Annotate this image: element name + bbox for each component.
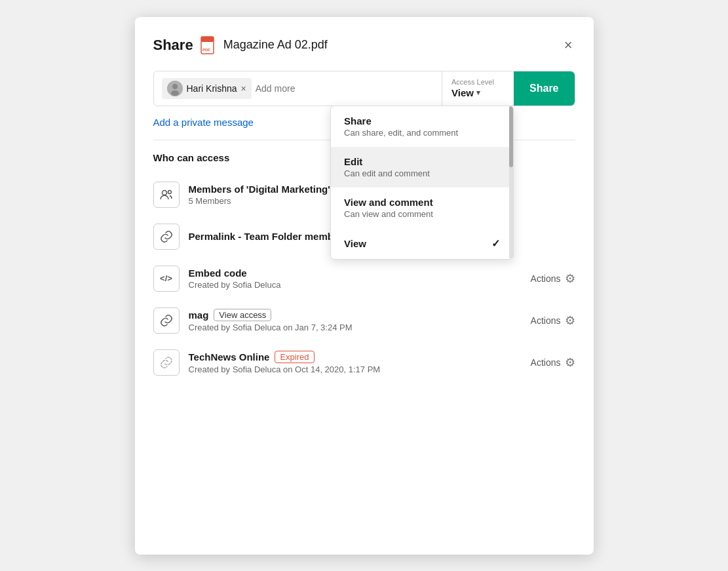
access-level-value: View ▾ [451, 87, 505, 98]
actions-button[interactable]: Actions ⚙ [531, 355, 575, 370]
svg-point-7 [168, 190, 171, 193]
share-button[interactable]: Share [514, 71, 574, 106]
link-broken-icon [153, 349, 180, 376]
list-item: mag View access Created by Sofia Deluca … [153, 300, 575, 342]
dropdown-item-view-comment-desc: Can view and comment [344, 209, 500, 219]
access-name: mag View access [189, 309, 522, 321]
share-modal: Share PDF Magazine Ad 02.pdf × Ha [135, 17, 594, 555]
scrollbar-thumb[interactable] [509, 106, 513, 167]
actions-button[interactable]: Actions ⚙ [531, 313, 575, 328]
svg-rect-1 [201, 37, 214, 42]
dropdown-item-edit-title: Edit [344, 156, 500, 167]
dropdown-item-view[interactable]: View ✓ [331, 228, 513, 259]
dropdown-item-view-title: View [344, 238, 366, 249]
recipient-tag: Hari Krishna × [162, 78, 252, 99]
expired-badge: Expired [275, 351, 314, 363]
recipients-area[interactable]: Hari Krishna × [154, 71, 442, 106]
access-sub: Created by Sofia Deluca on Jan 7, 3:24 P… [189, 323, 522, 332]
svg-text:PDF: PDF [202, 48, 210, 52]
recipient-name: Hari Krishna [187, 83, 237, 94]
dropdown-item-edit-desc: Can edit and comment [344, 168, 500, 178]
embed-icon: </> [153, 266, 180, 292]
remove-recipient-button[interactable]: × [241, 84, 246, 93]
dropdown-item-share[interactable]: Share Can share, edit, and comment [331, 106, 513, 147]
access-sub: Created by Sofia Deluca on Oct 14, 2020,… [189, 364, 522, 374]
add-more-input[interactable] [256, 83, 370, 94]
close-button[interactable]: × [562, 35, 575, 55]
list-item: </> Embed code Created by Sofia Deluca A… [153, 258, 575, 300]
gear-icon: ⚙ [565, 271, 575, 286]
svg-point-4 [172, 84, 178, 89]
pdf-icon: PDF [200, 36, 218, 54]
view-access-badge: View access [214, 309, 271, 321]
chevron-down-icon: ▾ [476, 89, 480, 97]
access-info: Embed code Created by Sofia Deluca [189, 267, 522, 290]
scrollbar-track [509, 106, 513, 259]
access-level-label: Access Level [451, 78, 505, 86]
avatar [167, 81, 183, 96]
access-name: TechNews Online Expired [189, 351, 522, 363]
gear-icon: ⚙ [565, 355, 575, 370]
access-level-dropdown[interactable]: Access Level View ▾ Share Can share, edi… [442, 71, 514, 106]
file-name: Magazine Ad 02.pdf [223, 38, 562, 52]
link-icon [153, 224, 180, 250]
access-info: mag View access Created by Sofia Deluca … [189, 309, 522, 332]
modal-title: Share [153, 37, 193, 54]
list-item: TechNews Online Expired Created by Sofia… [153, 342, 575, 384]
svg-point-6 [162, 190, 166, 195]
access-sub: Created by Sofia Deluca [189, 280, 522, 290]
dropdown-item-view-comment-title: View and comment [344, 197, 500, 208]
dropdown-item-share-desc: Can share, edit, and comment [344, 128, 500, 138]
svg-point-5 [171, 90, 179, 96]
actions-button[interactable]: Actions ⚙ [531, 271, 575, 286]
team-icon [153, 182, 180, 208]
share-row: Hari Krishna × Access Level View ▾ Share… [153, 71, 575, 106]
dropdown-item-edit[interactable]: Edit Can edit and comment [331, 147, 513, 187]
link-icon [153, 307, 180, 334]
access-info: TechNews Online Expired Created by Sofia… [189, 351, 522, 374]
dropdown-item-share-title: Share [344, 115, 500, 127]
gear-icon: ⚙ [565, 313, 575, 328]
private-message-link[interactable]: Add a private message [153, 117, 254, 128]
modal-header: Share PDF Magazine Ad 02.pdf × [153, 35, 575, 55]
check-icon: ✓ [491, 237, 500, 250]
access-level-menu: Share Can share, edit, and comment Edit … [330, 106, 514, 260]
dropdown-item-view-row: View ✓ [344, 237, 500, 250]
dropdown-item-view-comment[interactable]: View and comment Can view and comment [331, 187, 513, 228]
access-name: Embed code [189, 267, 522, 279]
